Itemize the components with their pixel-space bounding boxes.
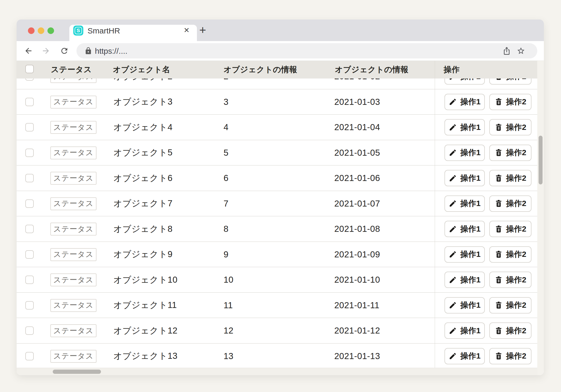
action2-button[interactable]: 操作2 <box>489 195 531 212</box>
trash-icon <box>495 352 503 360</box>
action2-button[interactable]: 操作2 <box>489 94 531 110</box>
object-info1-cell: 9 <box>224 242 229 267</box>
row-checkbox[interactable] <box>25 199 34 208</box>
trash-icon <box>495 98 503 106</box>
object-info2-cell: 2021-01-08 <box>334 216 380 242</box>
object-info1-cell: 10 <box>224 267 234 293</box>
action2-button[interactable]: 操作2 <box>489 272 531 288</box>
row-checkbox[interactable] <box>25 149 34 157</box>
action2-button[interactable]: 操作2 <box>489 119 531 135</box>
back-icon[interactable] <box>24 46 33 55</box>
object-info2-cell: 2021-01-11 <box>334 293 379 318</box>
pencil-icon <box>449 250 457 258</box>
row-checkbox[interactable] <box>25 301 34 310</box>
action2-label: 操作2 <box>506 325 526 336</box>
header-object-info-2: オブジェクトの情報 <box>335 61 408 79</box>
actions-row: 操作1 操作2 <box>435 140 537 166</box>
action2-button[interactable]: 操作2 <box>489 246 531 263</box>
action1-label: 操作1 <box>460 173 481 184</box>
tab-strip: S SmartHR ✕ + <box>17 19 544 41</box>
action1-button[interactable]: 操作1 <box>444 170 485 186</box>
object-name-cell: オブジェクト13 <box>113 344 177 368</box>
favicon-letter: S <box>75 27 82 34</box>
object-name-cell: オブジェクト3 <box>113 89 173 115</box>
smarthr-favicon-icon: S <box>73 26 83 36</box>
vertical-scrollbar[interactable] <box>537 61 544 375</box>
horizontal-scrollbar-thumb[interactable] <box>53 370 101 374</box>
browser-tab[interactable]: S SmartHR ✕ <box>69 25 197 41</box>
trash-icon <box>495 199 503 208</box>
page-content: ステータス オブジェクト2 2 2021-01-02 ステータス オブジェクト3… <box>17 61 544 375</box>
action2-button[interactable]: 操作2 <box>489 322 531 339</box>
status-badge: ステータス <box>50 350 96 363</box>
trash-icon <box>495 123 503 131</box>
row-checkbox[interactable] <box>25 225 34 233</box>
object-name-cell: オブジェクト12 <box>113 318 177 344</box>
row-checkbox[interactable] <box>25 352 34 360</box>
action1-label: 操作1 <box>460 96 481 107</box>
action2-button[interactable]: 操作2 <box>489 297 531 313</box>
action1-button[interactable]: 操作1 <box>444 322 485 339</box>
action1-button[interactable]: 操作1 <box>444 221 485 237</box>
row-checkbox[interactable] <box>25 250 34 259</box>
action1-button[interactable]: 操作1 <box>444 94 485 110</box>
row-checkbox[interactable] <box>25 174 34 182</box>
object-info2-cell: 2021-01-09 <box>334 242 380 267</box>
pencil-icon <box>449 123 457 131</box>
horizontal-scrollbar[interactable] <box>17 368 537 375</box>
action1-button[interactable]: 操作1 <box>444 297 485 313</box>
pencil-icon <box>449 352 457 360</box>
share-icon[interactable] <box>502 47 511 55</box>
minimize-window-button[interactable] <box>38 27 44 34</box>
actions-row: 操作1 操作2 <box>435 318 537 344</box>
row-checkbox[interactable] <box>25 276 34 284</box>
address-bar[interactable]: https://.... <box>76 43 537 58</box>
action1-button[interactable]: 操作1 <box>444 195 485 212</box>
close-tab-icon[interactable]: ✕ <box>183 26 190 35</box>
action2-button[interactable]: 操作2 <box>489 221 531 237</box>
action1-button[interactable]: 操作1 <box>444 246 485 263</box>
row-checkbox[interactable] <box>25 98 34 106</box>
action1-label: 操作1 <box>460 147 481 158</box>
status-badge: ステータス <box>50 324 96 337</box>
action2-label: 操作2 <box>506 351 526 361</box>
action2-button[interactable]: 操作2 <box>489 348 531 364</box>
pencil-icon <box>449 98 457 106</box>
status-badge: ステータス <box>50 223 96 236</box>
action2-label: 操作2 <box>506 173 526 184</box>
select-all-checkbox[interactable] <box>25 65 34 73</box>
trash-icon <box>495 250 503 258</box>
row-checkbox[interactable] <box>25 326 34 335</box>
action1-button[interactable]: 操作1 <box>444 119 485 135</box>
object-info2-cell: 2021-01-12 <box>334 318 380 344</box>
action2-label: 操作2 <box>506 122 526 133</box>
tab-title: SmartHR <box>88 27 120 35</box>
new-tab-button[interactable]: + <box>199 24 206 36</box>
action1-button[interactable]: 操作1 <box>444 348 485 364</box>
vertical-scrollbar-thumb[interactable] <box>539 136 543 184</box>
action1-button[interactable]: 操作1 <box>444 272 485 288</box>
trash-icon <box>495 225 503 233</box>
actions-row: 操作1 操作2 <box>435 293 537 318</box>
action1-button[interactable]: 操作1 <box>444 145 485 161</box>
actions-row: 操作1 操作2 <box>435 89 537 115</box>
browser-toolbar: https://.... <box>17 41 544 61</box>
object-info1-cell: 11 <box>224 293 233 318</box>
row-checkbox[interactable] <box>25 123 34 131</box>
object-info2-cell: 2021-01-05 <box>334 140 380 166</box>
status-badge: ステータス <box>50 96 96 109</box>
header-object-info-1: オブジェクトの情報 <box>224 61 297 79</box>
action2-button[interactable]: 操作2 <box>489 145 531 161</box>
object-name-cell: オブジェクト11 <box>113 293 177 318</box>
close-window-button[interactable] <box>28 27 35 34</box>
action2-label: 操作2 <box>506 224 526 234</box>
bookmark-star-icon[interactable] <box>517 47 525 55</box>
reload-icon[interactable] <box>60 46 69 55</box>
pencil-icon <box>449 199 457 208</box>
zoom-window-button[interactable] <box>47 27 54 34</box>
object-info2-cell: 2021-01-13 <box>334 344 380 368</box>
object-info1-cell: 12 <box>224 318 234 344</box>
actions-row: 操作1 操作2 <box>435 242 537 267</box>
action2-button[interactable]: 操作2 <box>489 170 531 186</box>
forward-icon[interactable] <box>41 46 50 55</box>
